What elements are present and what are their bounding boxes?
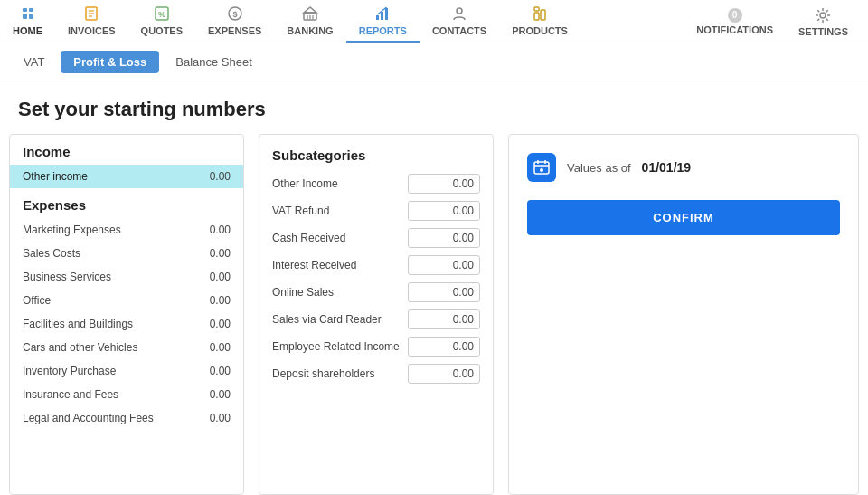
svg-rect-17 [376,15,379,20]
subcat-row-vat-refund: VAT Refund [272,201,480,221]
left-row-value: 0.00 [210,388,231,401]
left-row-other-income[interactable]: Other income 0.00 [10,165,243,188]
left-row-business-services[interactable]: Business Services 0.00 [10,265,243,289]
left-row-label: Other income [23,170,88,183]
tab-profit-loss[interactable]: Profit & Loss [61,51,159,73]
products-icon [530,4,550,24]
banking-icon [300,4,320,24]
subcat-input-deposit-shareholders[interactable] [408,364,480,384]
subcat-label: Interest Received [272,259,408,271]
left-row-facilities[interactable]: Facilities and Buildings 0.00 [10,312,243,336]
svg-text:%: % [158,10,165,19]
subcat-input-employee-income[interactable] [408,337,480,357]
subcat-row-employee-income: Employee Related Income [272,337,480,357]
svg-rect-18 [381,12,383,20]
svg-rect-2 [23,14,27,19]
left-row-value: 0.00 [210,247,231,260]
left-row-value: 0.00 [210,170,231,183]
page-title: Set your starting numbers [18,98,850,121]
nav-label-settings: SETTINGS [798,26,848,37]
main-content: Income Other income 0.00 Expenses Market… [0,134,868,495]
mid-panel: Subcategories Other Income VAT Refund Ca… [259,134,494,495]
left-row-label: Facilities and Buildings [23,318,133,330]
nav-item-quotes[interactable]: % QUOTES [128,0,195,43]
svg-text:$: $ [232,10,237,19]
top-nav: HOME INVOICES % QUOTES [0,0,868,43]
subcat-label: Online Sales [272,286,408,299]
nav-item-reports[interactable]: REPORTS [346,0,420,43]
expenses-icon: $ [225,4,245,24]
nav-label-invoices: INVOICES [68,25,116,36]
left-row-value: 0.00 [210,412,231,424]
subcat-row-cash-received: Cash Received [272,228,480,248]
left-row-label: Inventory Purchase [23,365,116,377]
nav-label-contacts: CONTACTS [432,25,486,36]
page-title-area: Set your starting numbers [0,81,868,134]
subcat-input-online-sales[interactable] [408,282,480,302]
svg-marker-13 [304,7,316,13]
left-row-marketing[interactable]: Marketing Expenses 0.00 [10,218,243,242]
subcat-input-card-reader[interactable] [408,309,480,329]
left-row-cars[interactable]: Cars and other Vehicles 0.00 [10,336,243,359]
nav-label-home: HOME [13,25,42,36]
values-label: Values as of [567,161,631,175]
nav-label-banking: BANKING [287,25,333,36]
tab-vat[interactable]: VAT [11,51,57,73]
left-row-value: 0.00 [210,365,231,377]
subcat-input-other-income[interactable] [408,174,480,194]
nav-item-expenses[interactable]: $ EXPENSES [195,0,274,43]
svg-rect-21 [534,13,539,20]
left-row-sales-costs[interactable]: Sales Costs 0.00 [10,242,243,265]
subcat-row-other-income: Other Income [272,174,480,194]
left-row-value: 0.00 [210,341,231,354]
nav-right: 0 NOTIFICATIONS SETTINGS [685,0,868,43]
nav-item-invoices[interactable]: INVOICES [55,0,128,43]
subcat-row-card-reader: Sales via Card Reader [272,309,480,329]
subcategories-title: Subcategories [272,148,480,163]
nav-items: HOME INVOICES % QUOTES [0,0,685,43]
nav-item-notifications[interactable]: 0 NOTIFICATIONS [685,0,784,43]
confirm-button[interactable]: CONFIRM [527,200,840,235]
svg-point-20 [457,8,462,14]
svg-rect-3 [29,14,33,19]
subcat-label: Sales via Card Reader [272,313,408,326]
svg-point-29 [540,168,543,172]
tab-balance-sheet[interactable]: Balance Sheet [163,51,265,73]
nav-item-banking[interactable]: BANKING [274,0,345,43]
values-date: 01/01/19 [642,160,692,175]
subcat-label: VAT Refund [272,205,408,217]
subcat-label: Cash Received [272,232,408,244]
left-row-insurance[interactable]: Insurance and Fees 0.00 [10,383,243,406]
nav-item-home[interactable]: HOME [0,0,55,43]
left-row-label: Sales Costs [23,247,80,260]
subcat-label: Other Income [272,177,408,190]
quotes-icon: % [152,4,172,24]
left-row-label: Cars and other Vehicles [23,341,137,354]
nav-label-products: PRODUCTS [512,25,568,36]
subcat-input-vat-refund[interactable] [408,201,480,221]
svg-rect-0 [23,8,27,12]
svg-point-24 [820,13,826,18]
nav-label-expenses: EXPENSES [208,25,261,36]
contacts-icon [449,4,469,24]
nav-item-contacts[interactable]: CONTACTS [420,0,499,43]
subcat-input-interest-received[interactable] [408,255,480,275]
home-icon [18,4,38,24]
svg-rect-1 [29,8,33,12]
svg-rect-19 [385,8,388,20]
left-row-label: Office [23,294,51,307]
nav-item-products[interactable]: PRODUCTS [499,0,580,43]
left-row-value: 0.00 [210,271,231,283]
subcat-row-interest-received: Interest Received [272,255,480,275]
left-row-legal[interactable]: Legal and Accounting Fees 0.00 [10,406,243,430]
svg-rect-25 [534,162,549,174]
svg-rect-23 [534,7,539,11]
sub-nav: VAT Profit & Loss Balance Sheet [0,43,868,81]
left-row-inventory[interactable]: Inventory Purchase 0.00 [10,359,243,383]
nav-item-settings[interactable]: SETTINGS [788,0,859,43]
left-row-label: Marketing Expenses [23,224,121,236]
right-panel: Values as of 01/01/19 CONFIRM [508,134,859,495]
left-row-office[interactable]: Office 0.00 [10,289,243,312]
subcat-input-cash-received[interactable] [408,228,480,248]
svg-rect-22 [541,10,545,20]
